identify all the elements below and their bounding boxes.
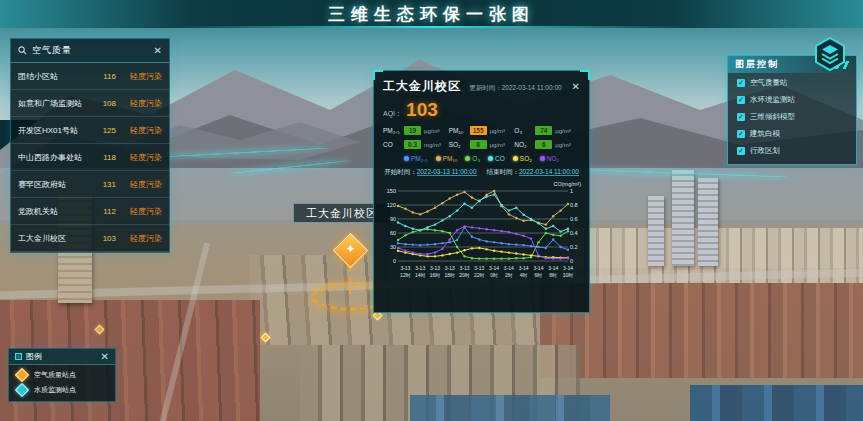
legend-label: PM₁₀ xyxy=(443,155,458,162)
chart-legend-item[interactable]: O₃ xyxy=(465,155,480,162)
layer-item[interactable]: ✓空气质量站 xyxy=(728,76,856,90)
layer-item-label: 三维倾斜模型 xyxy=(750,112,795,122)
legend-title-icon xyxy=(15,353,22,360)
legend-dot xyxy=(488,156,493,161)
svg-text:3-14: 3-14 xyxy=(504,265,514,271)
station-row[interactable]: 如意和广场监测站108轻度污染 xyxy=(11,90,169,117)
station-aqi-status: 轻度污染 xyxy=(116,71,162,82)
station-row[interactable]: 赛罕区政府站131轻度污染 xyxy=(11,171,169,198)
station-aqi-value: 112 xyxy=(92,207,116,216)
layer-item[interactable]: ✓建筑白模 xyxy=(728,127,856,141)
pollutant-label: CO xyxy=(383,141,401,148)
legend-label: O₃ xyxy=(472,155,480,162)
svg-text:12时: 12时 xyxy=(400,272,411,278)
layer-item[interactable]: ✓三维倾斜模型 xyxy=(728,110,856,124)
svg-text:10时: 10时 xyxy=(563,272,574,278)
station-aqi-status: 轻度污染 xyxy=(116,125,162,136)
svg-text:3-13: 3-13 xyxy=(430,265,440,271)
svg-text:3-14: 3-14 xyxy=(519,265,529,271)
svg-text:3-13: 3-13 xyxy=(400,265,410,271)
checkbox-checked[interactable]: ✓ xyxy=(737,113,745,121)
pollutant-label: O₃ xyxy=(514,127,532,134)
svg-text:0: 0 xyxy=(570,258,573,264)
station-row[interactable]: 开发区HX01号站125轻度污染 xyxy=(11,117,169,144)
svg-text:0: 0 xyxy=(393,258,396,264)
chart-legend: PM₂.₅PM₁₀O₃COSO₂NO₂ xyxy=(383,155,580,162)
checkbox-checked[interactable]: ✓ xyxy=(737,79,745,87)
svg-text:3-13: 3-13 xyxy=(474,265,484,271)
svg-text:3-14: 3-14 xyxy=(533,265,543,271)
layer-panel-title: 图层控制 xyxy=(735,58,823,71)
chart-legend-item[interactable]: PM₂.₅ xyxy=(404,155,428,162)
svg-text:2时: 2时 xyxy=(505,272,513,278)
pollutant-unit: µg/m³ xyxy=(555,142,570,148)
pollutant-cell: PM₁₀155µg/m³ xyxy=(449,126,515,135)
station-marker-text: 工大金川校区 xyxy=(306,206,378,221)
station-row[interactable]: 工大金川校区103轻度污染 xyxy=(11,225,169,252)
close-icon[interactable]: ✕ xyxy=(572,82,580,92)
svg-text:1: 1 xyxy=(570,188,573,194)
station-aqi-value: 103 xyxy=(92,234,116,243)
pollutant-cell: SO₂8µg/m³ xyxy=(449,140,515,149)
highrise-tower xyxy=(672,170,694,266)
station-detail-popup: 工大金川校区 更新时间：2022-03-14 11:00:00 ✕ AQI： 1… xyxy=(373,70,590,313)
layer-item[interactable]: ✓行政区划 xyxy=(728,144,856,158)
pollutant-unit: mg/m³ xyxy=(424,142,441,148)
legend-label: PM₂.₅ xyxy=(411,155,428,162)
pollutant-value-badge: 0.3 xyxy=(404,140,421,149)
chart-legend-item[interactable]: PM₁₀ xyxy=(436,155,458,162)
corner-accent xyxy=(580,70,590,80)
svg-text:20时: 20时 xyxy=(459,272,470,278)
checkbox-checked[interactable]: ✓ xyxy=(737,147,745,155)
pollutant-label: PM₂.₅ xyxy=(383,127,401,134)
station-aqi-value: 116 xyxy=(92,72,116,81)
chart-legend-item[interactable]: NO₂ xyxy=(540,155,559,162)
highrise-tower xyxy=(648,196,664,266)
svg-text:0.2: 0.2 xyxy=(570,244,578,250)
svg-text:6时: 6时 xyxy=(535,272,543,278)
layers-hexagon-icon[interactable] xyxy=(812,36,848,72)
close-icon[interactable]: ✕ xyxy=(154,46,162,56)
close-icon[interactable]: ✕ xyxy=(101,352,109,362)
legend-item: 空气质量站点 xyxy=(9,365,115,380)
station-aqi-status: 轻度污染 xyxy=(116,98,162,109)
svg-text:3-13: 3-13 xyxy=(415,265,425,271)
station-row[interactable]: 团结小区站116轻度污染 xyxy=(11,63,169,90)
svg-text:14时: 14时 xyxy=(415,272,426,278)
station-aqi-status: 轻度污染 xyxy=(116,233,162,244)
chart-legend-item[interactable]: CO xyxy=(488,155,505,162)
station-aqi-status: 轻度污染 xyxy=(116,179,162,190)
pollutant-label: NO₂ xyxy=(514,141,532,148)
start-time: 开始时间：2022-03-13 11:00:00 xyxy=(384,168,476,177)
pollutant-cell: O₃74µg/m³ xyxy=(514,126,580,135)
station-name: 工大金川校区 xyxy=(18,233,92,244)
svg-text:90: 90 xyxy=(390,216,396,222)
start-time-input[interactable]: 2022-03-13 11:00:00 xyxy=(417,168,477,176)
checkbox-checked[interactable]: ✓ xyxy=(737,130,745,138)
marker-glyph: ✦ xyxy=(344,243,357,256)
layer-item-label: 行政区划 xyxy=(750,146,780,156)
station-aqi-status: 轻度污染 xyxy=(116,152,162,163)
layer-item-label: 建筑白模 xyxy=(750,129,780,139)
svg-text:30: 30 xyxy=(390,244,396,250)
factory-roofs xyxy=(410,395,610,421)
legend-dot xyxy=(436,156,441,161)
pollutant-cell: NO₂6µg/m³ xyxy=(514,140,580,149)
station-name: 党政机关站 xyxy=(18,206,92,217)
svg-text:3-13: 3-13 xyxy=(445,265,455,271)
station-row[interactable]: 党政机关站112轻度污染 xyxy=(11,198,169,225)
layer-item[interactable]: ✓水环境监测站 xyxy=(728,93,856,107)
checkbox-checked[interactable]: ✓ xyxy=(737,96,745,104)
app-header: 三维生态环保一张图 xyxy=(0,0,863,28)
map-canvas[interactable]: 工大金川校区 ✦ 三维生态环保一张图 空气质量 ✕ 团结小区站116轻度污染如意… xyxy=(0,0,863,421)
end-time-input[interactable]: 2022-03-14 11:00:00 xyxy=(519,168,579,176)
station-row[interactable]: 中山西路办事处站118轻度污染 xyxy=(11,144,169,171)
station-aqi-value: 125 xyxy=(92,126,116,135)
legend-item: 水质监测站点 xyxy=(9,380,115,395)
station-name: 赛罕区政府站 xyxy=(18,179,92,190)
factory-roofs xyxy=(690,385,863,421)
search-icon xyxy=(18,46,27,55)
chart-legend-item[interactable]: SO₂ xyxy=(513,155,532,162)
layer-list: ✓空气质量站✓水环境监测站✓三维倾斜模型✓建筑白模✓行政区划 xyxy=(728,76,856,158)
station-name: 如意和广场监测站 xyxy=(18,98,92,109)
